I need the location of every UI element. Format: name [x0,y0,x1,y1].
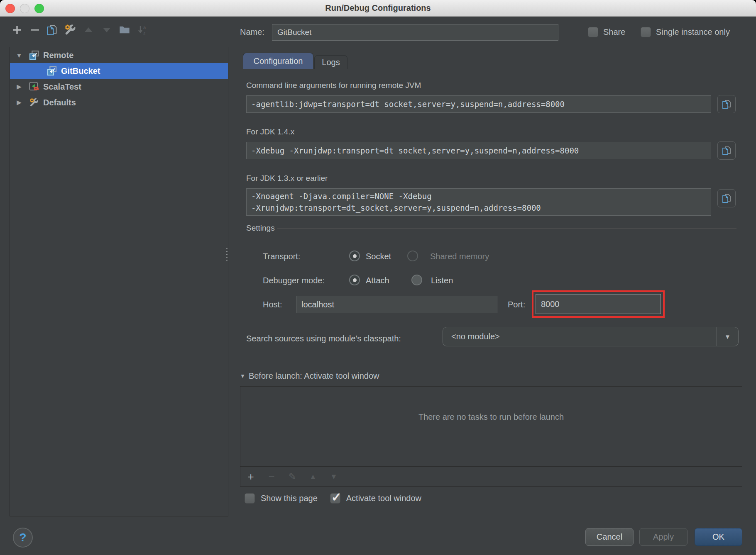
question-mark-icon: ? [19,531,26,544]
single-instance-checkbox[interactable] [641,27,651,37]
jdk14-field[interactable] [246,142,711,159]
module-classpath-value: <no module> [443,332,717,341]
port-input[interactable] [536,294,661,314]
debugger-mode-attach-label[interactable]: Attach [366,276,389,285]
cmdline-field[interactable] [246,95,711,113]
wrench-icon [64,24,76,36]
before-launch-divider [385,376,743,376]
expand-arrow-icon[interactable]: ▶ [15,99,23,106]
transport-label: Transport: [263,252,300,261]
before-launch-header[interactable]: ▼ Before launch: Activate tool window [240,370,743,381]
port-label: Port: [508,300,525,309]
zoom-window-button[interactable] [34,4,44,13]
transport-socket-radio[interactable] [349,251,360,261]
expand-arrow-icon[interactable]: ▶ [15,83,23,90]
activate-tool-window-checkbox[interactable]: ✓ [330,493,340,504]
jdk13-field-line1: -Xnoagent -Djava.compiler=NONE -Xdebug [251,190,706,202]
share-label: Share [603,27,625,37]
move-task-down-button[interactable]: ▼ [323,472,344,481]
debugger-mode-attach-radio[interactable] [349,275,360,285]
chevron-down-icon[interactable]: ▼ [717,327,738,346]
minimize-window-button[interactable] [20,4,29,13]
share-checkbox[interactable] [588,27,598,37]
copy-jdk14-button[interactable] [717,141,736,160]
move-down-button[interactable] [100,23,114,37]
apply-button[interactable]: Apply [639,528,687,546]
tree-item-defaults[interactable]: ▶ Defaults [10,95,228,110]
search-sources-label: Search sources using module's classpath: [246,334,401,343]
show-this-page-checkbox[interactable] [245,493,255,504]
tree-item-label: ScalaTest [43,82,81,92]
tab-logs[interactable]: Logs [314,55,347,69]
tree-item-label: GitBucket [61,66,100,76]
configuration-tab-panel: Command line arguments for running remot… [239,69,743,354]
transport-socket-label[interactable]: Socket [366,252,391,261]
debugger-mode-listen-radio[interactable] [411,275,422,285]
add-task-button[interactable]: + [240,470,261,483]
single-instance-checkbox-row[interactable]: Single instance only [641,27,730,37]
settings-divider [277,228,736,229]
before-launch-task-list: There are no tasks to run before launch … [240,386,742,487]
copy-jdk13-button[interactable] [717,189,736,207]
jdk14-label: For JDK 1.4.x [246,127,294,136]
add-configuration-button[interactable] [10,23,24,37]
debugger-mode-label: Debugger mode: [263,276,325,285]
plus-icon [12,24,22,35]
settings-section-label: Settings [246,224,275,233]
edit-task-button[interactable]: ✎ [282,471,303,482]
checkmark-icon: ✓ [331,490,342,504]
copy-cmdline-button[interactable] [717,95,736,113]
sort-configurations-button[interactable]: a z [136,23,150,37]
share-checkbox-row[interactable]: Share [588,27,625,37]
copy-icon [722,99,732,109]
tab-configuration[interactable]: Configuration [243,53,313,69]
window-title: Run/Debug Configurations [325,3,431,13]
panel-splitter-handle[interactable] [225,247,228,262]
svg-text:z: z [143,30,146,35]
wrench-icon [29,97,39,107]
tab-label: Configuration [254,56,303,66]
debugger-mode-listen-label[interactable]: Listen [431,276,453,285]
port-highlight-annotation [532,290,665,318]
tree-item-remote[interactable]: ▼ Remote [10,47,228,63]
create-folder-button[interactable] [117,23,132,37]
close-window-button[interactable] [5,4,15,13]
remote-config-icon [47,66,57,76]
tree-item-gitbucket[interactable]: GitBucket [10,63,228,79]
configurations-tree: ▼ Remote GitBucket ▶ [10,47,228,516]
svg-text:a: a [143,25,146,30]
tab-label: Logs [322,58,340,67]
host-input[interactable] [296,296,497,313]
show-this-page-label: Show this page [261,494,318,503]
copy-configuration-button[interactable] [45,23,59,37]
remove-task-button[interactable]: − [261,470,282,483]
move-up-button[interactable] [81,23,95,37]
titlebar[interactable]: Run/Debug Configurations [0,0,756,17]
name-input[interactable] [272,24,558,41]
copy-icon [722,193,732,203]
collapse-arrow-icon[interactable]: ▼ [15,52,23,59]
single-instance-label: Single instance only [656,27,730,37]
jdk13-field[interactable]: -Xnoagent -Djava.compiler=NONE -Xdebug -… [246,188,711,216]
arrow-up-icon [84,25,93,34]
edit-defaults-button[interactable] [63,23,77,37]
remove-configuration-button[interactable] [28,23,42,37]
tree-item-label: Remote [43,51,73,60]
name-label: Name: [240,27,264,37]
help-button[interactable]: ? [13,528,33,548]
arrow-down-icon [102,25,111,34]
tree-item-label: Defaults [43,98,76,107]
collapse-arrow-icon[interactable]: ▼ [240,373,245,379]
module-classpath-select[interactable]: <no module> ▼ [443,327,739,346]
ok-button[interactable]: OK [695,528,742,546]
cancel-button[interactable]: Cancel [585,528,634,546]
before-launch-title: Before launch: Activate tool window [249,371,379,381]
transport-shared-memory-radio [407,251,418,261]
task-list-toolbar: + − ✎ ▲ ▼ [240,466,742,487]
empty-task-list-message: There are no tasks to run before launch [240,412,742,422]
run-debug-configurations-dialog: Run/Debug Configurations [0,0,756,555]
jdk13-label: For JDK 1.3.x or earlier [246,174,328,183]
folder-icon [119,24,130,36]
tree-item-scalatest[interactable]: ▶ ScalaTest [10,79,228,95]
move-task-up-button[interactable]: ▲ [303,472,323,481]
